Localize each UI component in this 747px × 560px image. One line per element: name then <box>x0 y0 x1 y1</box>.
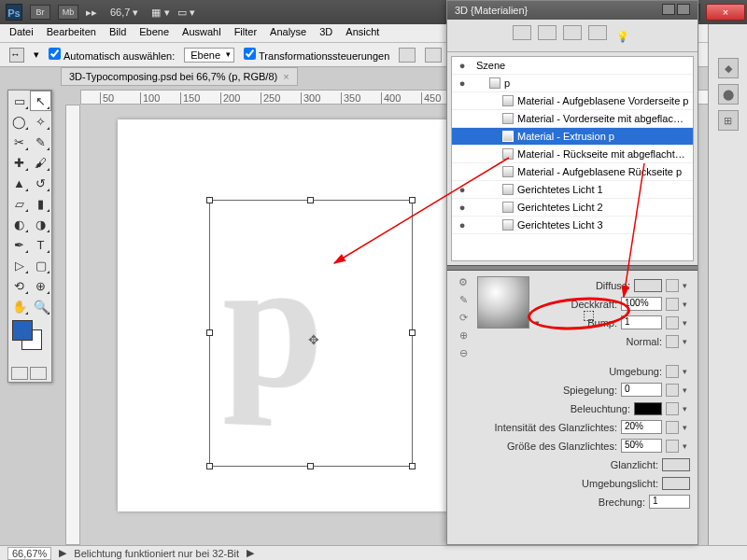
material-preview-sphere[interactable] <box>477 276 529 329</box>
transform-controls-checkbox[interactable]: Transformationssteuerungen <box>244 48 389 62</box>
menu-ansicht[interactable]: Ansicht <box>345 26 379 40</box>
window-close-button[interactable]: × <box>706 4 745 21</box>
panel-filter-tabs[interactable]: 💡 <box>447 20 698 52</box>
handle-bc[interactable] <box>307 463 314 469</box>
path-select-tool[interactable]: ▷ <box>8 255 30 275</box>
brush-tool[interactable]: 🖌 <box>30 152 51 173</box>
lasso-tool[interactable]: ◯ <box>8 111 30 132</box>
filter-mesh-icon[interactable] <box>538 25 557 40</box>
scene-tree[interactable]: ●Szene●pMaterial - Aufgeblasene Vorderse… <box>451 56 694 261</box>
filter-light-icon[interactable] <box>588 25 607 40</box>
panel-collapsed-icon-2[interactable]: ⊞ <box>718 110 739 131</box>
mat-tool-3-icon[interactable]: ⟳ <box>455 312 472 327</box>
distribute-icon[interactable] <box>425 48 442 63</box>
dodge-tool[interactable]: ◑ <box>30 214 51 234</box>
menu-bild[interactable]: Bild <box>109 26 126 40</box>
tree-row[interactable]: ●p <box>452 75 693 92</box>
align-icon[interactable] <box>399 48 416 63</box>
reflection-field[interactable]: 0 <box>621 383 662 397</box>
gloss-size-texture-button[interactable] <box>666 440 679 453</box>
move-tool[interactable]: ↖ <box>30 91 51 111</box>
tree-row[interactable]: Material - Extrusion p <box>452 128 693 146</box>
tool-preset-dropdown[interactable]: ▾ <box>34 49 39 61</box>
opacity-field[interactable]: 100% <box>621 297 662 311</box>
visibility-toggle-icon[interactable]: ● <box>456 184 469 195</box>
menu-analyse[interactable]: Analyse <box>270 26 306 40</box>
shape-tool[interactable]: ▢ <box>30 255 51 275</box>
mat-tool-2-icon[interactable]: ✎ <box>455 294 472 309</box>
menu-auswahl[interactable]: Auswahl <box>182 26 221 40</box>
quickmask-toggle[interactable] <box>11 367 28 380</box>
panel-collapsed-icon-1[interactable]: ⬤ <box>718 84 739 105</box>
view-rotate-icon[interactable]: ▦ ▾ <box>151 7 169 19</box>
mat-tool-1-icon[interactable]: ⚙ <box>455 276 472 291</box>
ambient-swatch[interactable] <box>662 477 690 490</box>
auto-select-checkbox[interactable]: Automatisch auswählen: <box>49 48 175 62</box>
reflection-texture-button[interactable] <box>666 384 679 397</box>
gradient-tool[interactable]: ▮ <box>30 193 51 214</box>
stamp-tool[interactable]: ▲ <box>8 173 30 193</box>
pen-tool[interactable]: ✒ <box>8 234 30 255</box>
panel-window-buttons[interactable] <box>660 4 690 17</box>
zoom-tool[interactable]: 🔍 <box>30 296 51 316</box>
status-arrow-icon[interactable]: ▶ <box>59 547 66 559</box>
menu-ebene[interactable]: Ebene <box>139 26 169 40</box>
tree-row[interactable]: Material - Aufgeblasene Vorderseite p <box>452 92 693 110</box>
environment-texture-button[interactable] <box>666 365 679 378</box>
blur-tool[interactable]: ◐ <box>8 214 30 234</box>
handle-bl[interactable] <box>206 463 213 469</box>
tree-row[interactable]: ●Gerichtetes Licht 2 <box>452 199 693 217</box>
eyedropper-tool[interactable]: ✎ <box>30 132 51 152</box>
gloss-intensity-texture-button[interactable] <box>666 421 679 434</box>
handle-tc[interactable] <box>307 197 314 203</box>
handle-ml[interactable] <box>206 329 213 336</box>
normal-texture-button[interactable] <box>666 335 679 348</box>
panel-collapsed-icon-0[interactable]: ◆ <box>718 58 739 78</box>
bump-texture-button[interactable] <box>666 316 679 329</box>
illumination-texture-button[interactable] <box>666 402 679 415</box>
crop-tool[interactable]: ✂ <box>8 132 30 152</box>
gloss-size-field[interactable]: 50% <box>621 439 662 453</box>
auto-select-dropdown[interactable]: Ebene <box>184 48 234 63</box>
handle-tr[interactable] <box>409 197 416 203</box>
handle-br[interactable] <box>409 463 416 469</box>
gloss-swatch[interactable] <box>662 458 690 471</box>
opacity-texture-button[interactable] <box>666 298 679 311</box>
tree-row[interactable]: Material - Rückseite mit abgeflachten K.… <box>452 146 693 163</box>
bump-field[interactable]: 1 <box>621 315 662 329</box>
tree-row[interactable]: Material - Vorderseite mit abgeflachten … <box>452 110 693 128</box>
filter-scene-icon[interactable] <box>513 25 531 40</box>
diffuse-texture-button[interactable] <box>666 279 679 292</box>
diffuse-swatch[interactable] <box>634 279 662 292</box>
heal-tool[interactable]: ✚ <box>8 152 30 173</box>
type-tool[interactable]: T <box>30 234 51 255</box>
filter-material-icon[interactable] <box>563 25 582 40</box>
visibility-toggle-icon[interactable]: ● <box>456 219 469 231</box>
bridge-button[interactable]: Br <box>30 5 50 20</box>
status-arrow2-icon[interactable]: ▶ <box>247 547 254 559</box>
handle-mr[interactable] <box>409 329 416 336</box>
menu-filter[interactable]: Filter <box>234 26 257 40</box>
tree-row[interactable]: ●Gerichtetes Licht 3 <box>452 217 693 234</box>
history-brush-tool[interactable]: ↺ <box>30 173 51 193</box>
screenmode-toggle[interactable] <box>30 367 47 380</box>
menu-bearbeiten[interactable]: Bearbeiten <box>47 26 96 40</box>
foreground-color[interactable] <box>12 320 33 341</box>
handle-tl[interactable] <box>206 197 213 203</box>
refraction-field[interactable]: 1 <box>649 495 690 509</box>
zoom-level[interactable]: 66,7 ▾ <box>110 7 138 19</box>
menu-3d[interactable]: 3D <box>319 26 332 40</box>
document-close-icon[interactable]: × <box>283 71 289 82</box>
zoom-field[interactable]: 66,67% <box>7 547 51 560</box>
color-swatches[interactable] <box>8 316 51 365</box>
mat-tool-5-icon[interactable]: ⊖ <box>455 347 472 362</box>
illumination-swatch[interactable] <box>634 402 662 415</box>
visibility-toggle-icon[interactable]: ● <box>456 60 469 71</box>
tree-row[interactable]: ●Gerichtetes Licht 1 <box>452 181 693 199</box>
panel-header[interactable]: 3D {Materialien} <box>447 1 698 20</box>
filter-bulb-icon[interactable]: 💡 <box>613 31 632 46</box>
3d-orbit-tool[interactable]: ⊕ <box>30 275 51 296</box>
document-tab[interactable]: 3D-Typocomposing.psd bei 66,7% (p, RGB/8… <box>61 67 298 86</box>
eraser-tool[interactable]: ▱ <box>8 193 30 214</box>
wand-tool[interactable]: ✧ <box>30 111 51 132</box>
